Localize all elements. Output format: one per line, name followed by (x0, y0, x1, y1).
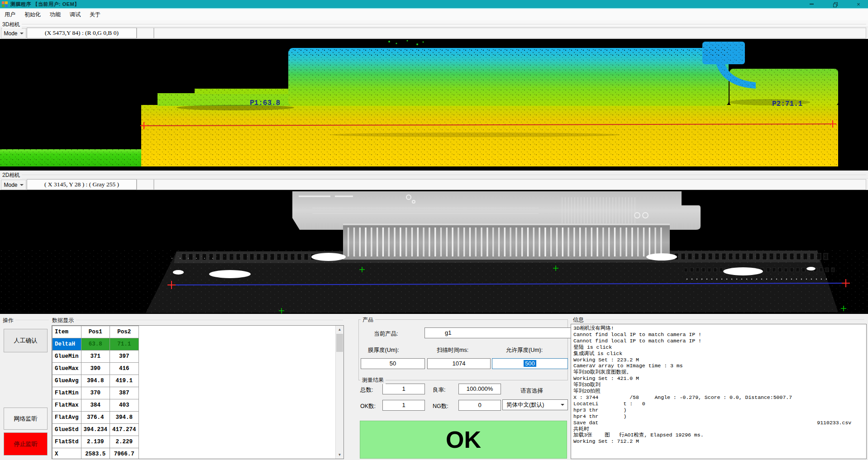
allowed-thickness-label: 允许厚度(Um): (506, 346, 543, 354)
close-button[interactable]: × (854, 0, 863, 8)
log-line: 共耗时 (573, 426, 864, 432)
table-row[interactable]: X2583.57966.7 (52, 448, 139, 460)
mode-label-2d: Mode (4, 182, 17, 188)
manual-confirm-button[interactable]: 人工确认 (4, 329, 48, 352)
p1-annotation: P1:63.8 (250, 99, 280, 107)
menu-function[interactable]: 功能 (45, 11, 65, 19)
column-header[interactable]: Pos2 (110, 326, 139, 338)
camera-view-3d[interactable]: P1:63.8 P2:71.1 (0, 39, 868, 171)
menu-initialize[interactable]: 初始化 (20, 11, 45, 19)
row-value-cell: 376.4 (81, 412, 110, 424)
allowed-thickness-input[interactable]: 500 (492, 358, 568, 369)
group-line-operation (15, 320, 49, 320)
table-row[interactable]: GlueMax390416 (52, 363, 139, 375)
row-item-cell: FlatMin (52, 387, 81, 399)
yield-field[interactable]: 100.000% (458, 384, 501, 394)
row-value-cell: 394.8 (110, 412, 139, 424)
table-row[interactable]: FlatMax384403 (52, 399, 139, 412)
data-table-head: ItemPos1Pos2 (52, 326, 139, 338)
pixel-readout-2d: ( X 3145, Y 28 ) : ( Gray 255 ) (27, 179, 137, 190)
column-header[interactable]: Item (52, 326, 81, 338)
toolbar-3d: Mode (X 5473,Y 84) : (R 0,G 0,B 0) (0, 27, 868, 39)
row-value-cell: 63.8 (81, 338, 110, 351)
row-item-cell: GlueMin (52, 351, 81, 363)
menu-about[interactable]: 关于 (85, 11, 105, 19)
row-value-cell: 370 (81, 387, 110, 399)
toolbar-segment (137, 28, 154, 38)
result-status-banner: OK (360, 421, 567, 459)
section-label-product: 产品 (361, 316, 375, 324)
info-log[interactable]: 3D相机没有网络!Cannot find local IP to match c… (571, 324, 867, 459)
table-row[interactable]: FlatMin370387 (52, 387, 139, 399)
ok-count-field[interactable]: 1 (382, 400, 425, 411)
row-item-cell: FlatStd (52, 436, 81, 448)
ok-count-label: OK数: (360, 403, 376, 410)
stop-listen-button[interactable]: 停止监听 (4, 432, 48, 455)
table-row[interactable]: GlueMin371397 (52, 351, 139, 363)
scrollbar-thumb[interactable] (336, 334, 343, 352)
window-title: 测膜程序 【当前用户: OEM】 (10, 1, 80, 8)
mode-button-2d[interactable]: Mode (1, 180, 26, 190)
menu-user[interactable]: 用户 (0, 11, 20, 19)
ng-count-field[interactable]: 0 (458, 400, 501, 411)
row-value-cell: 419.1 (110, 375, 139, 387)
row-item-cell: GlueAvg (52, 375, 81, 387)
row-value-cell: 2.139 (81, 436, 110, 448)
table-row[interactable]: GlueAvg394.8419.1 (52, 375, 139, 387)
row-item-cell: DeltaH (52, 338, 81, 351)
mode-button-3d[interactable]: Mode (1, 28, 26, 38)
dropdown-arrow-icon (20, 184, 24, 186)
group-line-2d (22, 175, 866, 175)
film-thickness-label: 膜厚度(Um): (368, 346, 399, 354)
scroll-up-icon[interactable]: ▲ (336, 326, 343, 333)
data-display-listview[interactable]: ItemPos1Pos2 DeltaH63.871.1GlueMin371397… (52, 325, 344, 459)
row-value-cell: 387 (110, 387, 139, 399)
combo-arrow-icon (561, 404, 564, 406)
log-line: hpr3 thr ) (573, 407, 864, 413)
row-value-cell: 71.1 (110, 338, 139, 351)
row-value-cell: 371 (81, 351, 110, 363)
language-select-dropdown[interactable]: 简体中文(默认) (502, 399, 568, 410)
row-value-cell: 2583.5 (81, 448, 110, 460)
restore-button[interactable] (830, 0, 840, 8)
group-line-info (586, 319, 864, 320)
current-product-input[interactable]: g1 (424, 327, 587, 338)
section-label-2d-camera: 2D相机 (2, 171, 22, 179)
grayscale-image-2d (0, 191, 868, 314)
group-line-3d (22, 24, 866, 24)
menu-debug[interactable]: 调试 (65, 11, 85, 19)
row-value-cell: 416 (110, 363, 139, 375)
film-thickness-input[interactable]: 50 (361, 358, 425, 369)
heightmap-3d (0, 39, 868, 171)
log-line: LocateLi t : 0 (573, 401, 864, 407)
ng-count-label: NG数: (433, 403, 448, 410)
title-bar: 测膜程序 【当前用户: OEM】 × (0, 0, 868, 9)
table-row[interactable]: FlatAvg376.4394.8 (52, 412, 139, 424)
dropdown-arrow-icon (20, 33, 24, 34)
table-row[interactable]: FlatStd2.1392.229 (52, 436, 139, 448)
row-value-cell: 403 (110, 399, 139, 412)
network-listen-button[interactable]: 网络监听 (4, 408, 48, 430)
table-row[interactable]: DeltaH63.871.1 (52, 338, 139, 351)
log-line: Cannot find local IP to match camera IP … (573, 338, 864, 344)
column-header[interactable]: Pos1 (81, 326, 110, 338)
section-label-data-display: 数据显示 (52, 317, 76, 324)
row-item-cell: GlueStd (52, 424, 81, 436)
yield-label: 良率: (433, 386, 445, 394)
scan-time-input[interactable]: 1074 (427, 358, 491, 369)
row-item-cell: FlatAvg (52, 412, 81, 424)
toolbar-segment (154, 179, 866, 190)
total-count-field[interactable]: 1 (382, 384, 425, 394)
listview-scrollbar[interactable]: ▲ ▼ (335, 326, 343, 459)
table-row[interactable]: GlueStd394.234417.274 (52, 424, 139, 436)
log-line: 等到2D拍照 (573, 388, 864, 394)
log-line: 等到3D取到灰度图数据。 (573, 369, 864, 375)
row-value-cell: 390 (81, 363, 110, 375)
section-label-3d-camera: 3D相机 (2, 21, 22, 28)
log-line: 加载3张 图 行AOI检查, Elapsed 19296 ms. (573, 432, 864, 438)
camera-view-2d[interactable] (0, 190, 868, 314)
minimize-button[interactable] (806, 0, 816, 8)
scroll-down-icon[interactable]: ▼ (336, 451, 343, 459)
row-item-cell: X (52, 448, 81, 460)
scan-time-label: 扫描时间ms: (437, 346, 468, 354)
